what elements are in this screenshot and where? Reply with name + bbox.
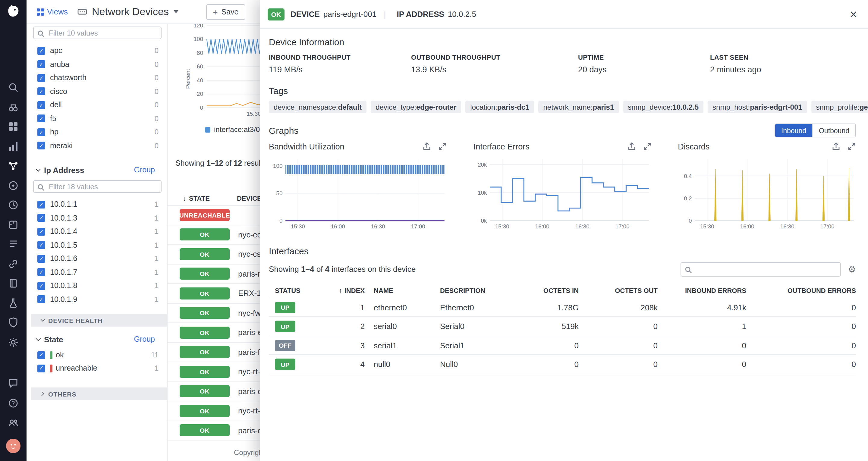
- org-users-icon[interactable]: [0, 415, 27, 431]
- sort-desc-icon[interactable]: ↓: [183, 195, 186, 202]
- filter-item[interactable]: cisco 0: [27, 85, 158, 98]
- checkbox-checked-icon[interactable]: [37, 269, 45, 276]
- export-icon[interactable]: [627, 142, 636, 151]
- checkbox-checked-icon[interactable]: [37, 296, 45, 303]
- help-icon[interactable]: ?: [0, 395, 27, 411]
- views-button[interactable]: Views: [37, 7, 68, 16]
- security-shield-icon[interactable]: [0, 314, 27, 330]
- interface-row[interactable]: UP 1 ethernet0 Ethernet0 1.78G 208k 4.91…: [269, 298, 856, 317]
- checkbox-checked-icon[interactable]: [37, 61, 45, 68]
- chat-icon[interactable]: [0, 375, 27, 391]
- checkbox-checked-icon[interactable]: [37, 101, 45, 109]
- checkbox-checked-icon[interactable]: [37, 214, 45, 222]
- tag-chip[interactable]: network_name:paris1: [538, 101, 619, 113]
- filter-item[interactable]: 10.0.1.9 1: [27, 293, 158, 306]
- expand-icon[interactable]: [643, 142, 651, 151]
- filter-item[interactable]: ok 11: [27, 348, 158, 362]
- tag-chip[interactable]: snmp_host:paris-edgrt-001: [708, 101, 807, 113]
- interface-row[interactable]: UP 2 serial0 Serial0 519k 0 1 0: [269, 317, 856, 336]
- filter-item[interactable]: hp 0: [27, 125, 158, 139]
- outbound-toggle-button[interactable]: Outbound: [812, 124, 855, 137]
- col-index[interactable]: ↑INDEX: [326, 287, 365, 295]
- filter-item[interactable]: 10.0.1.4 1: [27, 225, 158, 238]
- chart-legend-item[interactable]: interface:at3/0,sr: [205, 125, 268, 134]
- filter-item[interactable]: 10.0.1.6 1: [27, 252, 158, 266]
- logs-icon[interactable]: [0, 236, 27, 252]
- filter-item[interactable]: meraki 0: [27, 139, 158, 152]
- checkbox-checked-icon[interactable]: [37, 255, 45, 263]
- group-link[interactable]: Group: [134, 335, 155, 343]
- filter-item[interactable]: aruba 0: [27, 58, 158, 71]
- checkbox-checked-icon[interactable]: [37, 128, 45, 136]
- checkbox-checked-icon[interactable]: [37, 115, 45, 123]
- filter-item[interactable]: unreachable 1: [27, 362, 158, 375]
- checkbox-checked-icon[interactable]: [37, 228, 45, 236]
- state-section-header[interactable]: State Group: [27, 333, 167, 346]
- expand-icon[interactable]: [847, 142, 856, 151]
- export-icon[interactable]: [832, 142, 840, 151]
- checkbox-checked-icon[interactable]: [37, 47, 45, 55]
- expand-icon[interactable]: [438, 142, 447, 151]
- synthetics-icon[interactable]: [0, 197, 27, 213]
- close-icon[interactable]: ×: [849, 8, 857, 21]
- col-description[interactable]: DESCRIPTION: [431, 287, 519, 295]
- checkbox-checked-icon[interactable]: [37, 88, 45, 95]
- filter-item-label: f5: [50, 115, 56, 123]
- group-link[interactable]: Group: [134, 166, 155, 174]
- view-title-dropdown[interactable]: Network Devices: [78, 6, 179, 18]
- filter-item[interactable]: chatsworth 0: [27, 71, 158, 85]
- checkbox-checked-icon[interactable]: [37, 364, 45, 372]
- filter-item[interactable]: 10.0.1.8 1: [27, 279, 158, 293]
- notebooks-icon[interactable]: [0, 275, 27, 291]
- tag-chip[interactable]: device_type:edge-router: [371, 101, 461, 113]
- col-inbound-errors[interactable]: INBOUND ERRORS: [658, 287, 746, 295]
- search-icon[interactable]: [0, 80, 27, 95]
- inbound-toggle-button[interactable]: Inbound: [775, 124, 812, 137]
- col-name[interactable]: NAME: [365, 287, 431, 295]
- filter-item[interactable]: 10.0.1.3 1: [27, 211, 158, 225]
- interface-row[interactable]: UP 4 null0 Null0 0 0 0 0: [269, 355, 856, 374]
- others-section-header[interactable]: OTHERS: [31, 388, 167, 400]
- tag-chip[interactable]: snmp_profile:gener…: [811, 101, 868, 113]
- checkbox-checked-icon[interactable]: [37, 241, 45, 249]
- filter-item[interactable]: apc 0: [27, 44, 158, 58]
- vendor-filter-input[interactable]: [33, 27, 161, 39]
- interfaces-search-input[interactable]: [680, 262, 841, 277]
- table-settings-gear-icon[interactable]: ⚙: [848, 265, 856, 274]
- export-icon[interactable]: [423, 142, 431, 151]
- col-outbound-errors[interactable]: OUTBOUND ERRORS: [746, 287, 856, 295]
- filter-item[interactable]: 10.0.1.7 1: [27, 266, 158, 279]
- device-health-section-header[interactable]: DEVICE HEALTH: [31, 314, 167, 327]
- settings-gear-icon[interactable]: [0, 334, 27, 350]
- incidents-icon[interactable]: [0, 295, 27, 311]
- filter-item[interactable]: 10.0.1.1 1: [27, 198, 158, 211]
- ci-link-icon[interactable]: [0, 256, 27, 272]
- checkbox-checked-icon[interactable]: [37, 282, 45, 290]
- filter-item[interactable]: dell 0: [27, 98, 158, 112]
- col-octets-in[interactable]: OCTETS IN: [519, 287, 579, 295]
- datadog-logo-icon[interactable]: [5, 4, 21, 19]
- tag-chip[interactable]: device_namespace:default: [269, 101, 367, 113]
- filter-item[interactable]: f5 0: [27, 112, 158, 125]
- network-icon[interactable]: [0, 158, 27, 174]
- metrics-icon[interactable]: [0, 138, 27, 154]
- ip-address-section-header[interactable]: Ip Address Group: [27, 163, 167, 177]
- watchdog-icon[interactable]: [0, 99, 27, 115]
- tag-chip[interactable]: snmp_device:10.0.2.5: [623, 101, 704, 113]
- checkbox-checked-icon[interactable]: [37, 201, 45, 209]
- interface-row[interactable]: OFF 3 serial1 Serial1 0 0 0 0: [269, 336, 856, 355]
- col-state-header[interactable]: STATE: [189, 195, 210, 202]
- tag-chip[interactable]: location:paris-dc1: [465, 101, 534, 113]
- checkbox-checked-icon[interactable]: [37, 74, 45, 82]
- apm-icon[interactable]: [0, 178, 27, 193]
- col-status[interactable]: STATUS: [269, 287, 326, 295]
- checkbox-checked-icon[interactable]: [37, 351, 45, 359]
- col-octets-out[interactable]: OCTETS OUT: [579, 287, 658, 295]
- filter-item[interactable]: 10.0.1.5 1: [27, 238, 158, 252]
- ip-filter-input[interactable]: [33, 180, 161, 193]
- checkbox-checked-icon[interactable]: [37, 142, 45, 150]
- integrations-icon[interactable]: [0, 217, 27, 232]
- user-avatar[interactable]: [6, 439, 21, 455]
- dashboards-icon[interactable]: [0, 119, 27, 134]
- save-button[interactable]: Save: [206, 4, 245, 20]
